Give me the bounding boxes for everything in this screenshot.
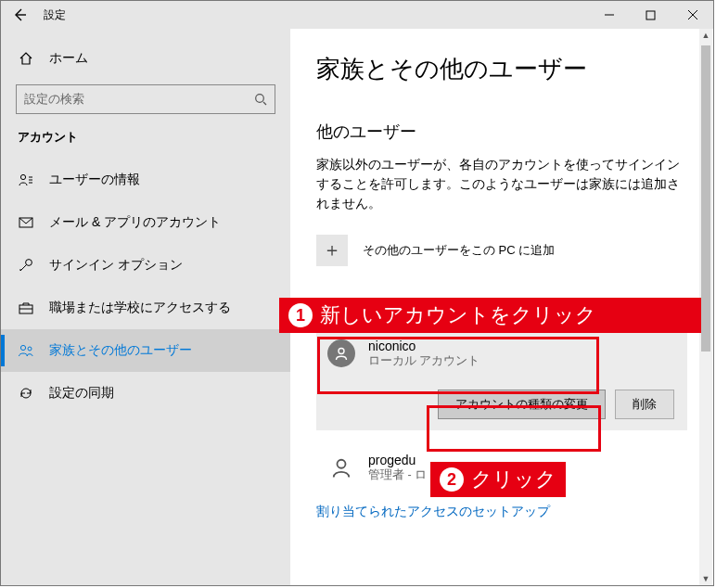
svg-point-2 <box>20 174 25 179</box>
sidebar-item-sync[interactable]: 設定の同期 <box>1 372 290 415</box>
sidebar-item-family-other[interactable]: 家族とその他のユーザー <box>1 329 290 372</box>
svg-point-8 <box>339 349 344 354</box>
scrollbar-thumb[interactable] <box>701 45 710 352</box>
sidebar-home[interactable]: ホーム <box>1 38 290 79</box>
svg-point-7 <box>28 347 32 351</box>
user-type: ローカル アカウント <box>368 353 479 369</box>
scroll-down-icon: ▼ <box>699 572 712 585</box>
change-account-type-button[interactable]: アカウントの種類の変更 <box>438 390 606 419</box>
annotation-2: 2 クリック <box>430 462 566 497</box>
sidebar-section-title: アカウント <box>1 125 290 159</box>
scroll-up-icon: ▲ <box>699 29 712 42</box>
sync-icon <box>18 386 34 401</box>
svg-rect-0 <box>646 11 655 19</box>
search-icon <box>254 93 267 106</box>
avatar-icon <box>327 454 355 481</box>
person-icon <box>18 173 34 186</box>
user-name: niconico <box>368 339 479 353</box>
svg-point-1 <box>256 95 264 103</box>
sidebar-item-signin-options[interactable]: サインイン オプション <box>1 244 290 287</box>
close-button[interactable] <box>671 1 713 29</box>
people-icon <box>18 344 34 357</box>
avatar-icon <box>327 339 355 367</box>
sidebar-home-label: ホーム <box>49 50 88 67</box>
mail-icon <box>18 217 34 228</box>
titlebar: 設定 <box>1 1 713 29</box>
sidebar: ホーム 設定の検索 アカウント ユーザーの情報 メール & アプリのアカウ <box>1 29 290 585</box>
key-icon <box>18 258 34 273</box>
assigned-access-link[interactable]: 割り当てられたアクセスのセットアップ <box>316 504 687 520</box>
sidebar-item-label: 職場または学校にアクセスする <box>49 300 231 316</box>
delete-button[interactable]: 削除 <box>615 390 674 419</box>
user-actions: アカウントの種類の変更 削除 <box>316 378 687 430</box>
briefcase-icon <box>18 301 34 314</box>
sidebar-item-label: 設定の同期 <box>49 385 114 402</box>
search-input[interactable]: 設定の検索 <box>16 84 275 114</box>
sidebar-item-label: サインイン オプション <box>49 257 183 274</box>
svg-point-6 <box>20 345 25 350</box>
annotation-1-number: 1 <box>288 303 313 327</box>
user-type: 管理者 - ロ <box>368 467 427 483</box>
minimize-button[interactable] <box>588 1 630 29</box>
scrollbar[interactable]: ▲ ▼ <box>699 29 712 585</box>
sidebar-item-label: メール & アプリのアカウント <box>49 214 221 231</box>
page-title: 家族とその他のユーザー <box>316 53 687 85</box>
sidebar-item-user-info[interactable]: ユーザーの情報 <box>1 159 290 201</box>
add-other-user-label: その他のユーザーをこの PC に追加 <box>363 242 555 259</box>
close-icon <box>687 9 698 20</box>
annotation-1: 1 新しいアカウントをクリック <box>279 298 701 333</box>
back-button[interactable] <box>1 7 38 22</box>
user-card-niconico[interactable]: niconico ローカル アカウント <box>316 329 687 378</box>
sidebar-item-email-apps[interactable]: メール & アプリのアカウント <box>1 201 290 244</box>
svg-point-9 <box>338 460 346 468</box>
sidebar-item-work-school[interactable]: 職場または学校にアクセスする <box>1 287 290 329</box>
plus-icon: ＋ <box>316 235 348 266</box>
window-title: 設定 <box>38 7 66 23</box>
section-description: 家族以外のユーザーが、各自のアカウントを使ってサインインすることを許可します。こ… <box>316 156 687 214</box>
svg-point-4 <box>26 260 32 266</box>
arrow-left-icon <box>12 7 27 22</box>
section-title-other-users: 他のユーザー <box>316 121 687 143</box>
search-placeholder: 設定の検索 <box>24 91 84 108</box>
maximize-button[interactable] <box>630 1 671 29</box>
annotation-2-number: 2 <box>440 467 464 492</box>
maximize-icon <box>646 10 656 20</box>
sidebar-item-label: 家族とその他のユーザー <box>49 342 192 359</box>
user-name: progedu <box>368 453 427 467</box>
add-other-user[interactable]: ＋ その他のユーザーをこの PC に追加 <box>316 235 687 266</box>
home-icon <box>18 51 34 66</box>
sidebar-item-label: ユーザーの情報 <box>49 172 140 188</box>
minimize-icon <box>604 9 615 20</box>
